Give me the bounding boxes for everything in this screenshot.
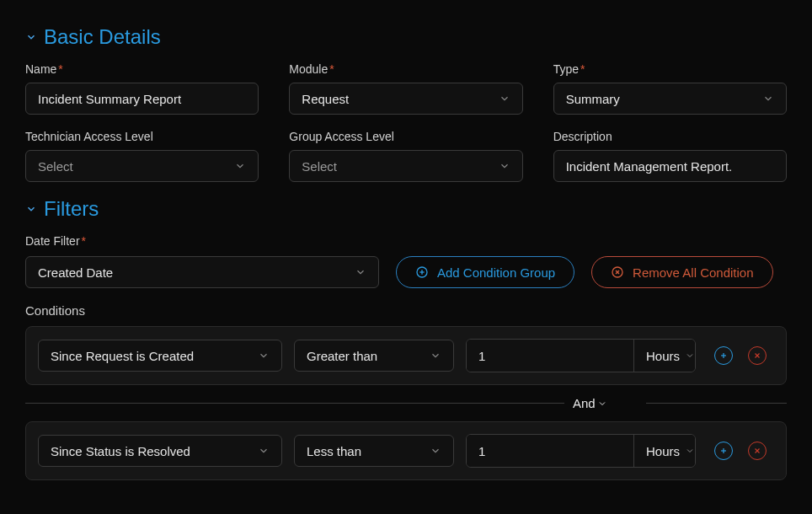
chevron-down-icon [597, 399, 607, 409]
chevron-down-icon [25, 31, 37, 43]
condition-group: Since Request is Created Greater than Ho… [25, 326, 787, 385]
chevron-down-icon [258, 350, 270, 361]
type-select[interactable]: Summary [553, 83, 787, 115]
condition-field-select[interactable]: Since Request is Created [38, 340, 282, 372]
section-basic-header[interactable]: Basic Details [25, 25, 787, 49]
chevron-down-icon [685, 446, 695, 456]
name-input[interactable] [25, 83, 259, 115]
conditions-label: Conditions [25, 303, 787, 318]
chevron-down-icon [25, 203, 37, 215]
add-condition-button[interactable] [714, 442, 733, 460]
condition-value-input[interactable] [467, 435, 633, 467]
module-label: Module* [289, 62, 522, 76]
chevron-down-icon [430, 445, 441, 457]
chevron-down-icon [762, 93, 774, 104]
module-select[interactable]: Request [289, 83, 522, 115]
section-filters-title: Filters [44, 197, 99, 221]
group-access-label: Group Access Level [289, 130, 522, 143]
delete-condition-button[interactable] [748, 442, 767, 460]
date-filter-label: Date Filter* [25, 234, 379, 248]
type-label: Type* [553, 62, 787, 76]
chevron-down-icon [234, 160, 246, 172]
plus-circle-icon [415, 265, 429, 279]
condition-operator-select[interactable]: Less than [294, 435, 454, 467]
name-label: Name* [25, 62, 259, 76]
condition-connector: And [25, 394, 787, 413]
remove-all-condition-label: Remove All Condition [633, 265, 753, 280]
chevron-down-icon [499, 160, 510, 172]
condition-field-select[interactable]: Since Status is Resolved [38, 435, 282, 467]
condition-operator-select[interactable]: Greater than [294, 340, 454, 372]
condition-unit-select[interactable]: Hours [634, 340, 695, 372]
add-condition-button[interactable] [714, 346, 733, 365]
connector-select[interactable]: And [564, 394, 612, 413]
chevron-down-icon [355, 266, 366, 278]
condition-unit-select[interactable]: Hours [634, 435, 695, 467]
description-input[interactable] [553, 150, 787, 182]
chevron-down-icon [430, 350, 441, 361]
date-filter-select[interactable]: Created Date [25, 256, 379, 288]
tech-access-label: Technician Access Level [25, 130, 259, 143]
chevron-down-icon [258, 445, 270, 457]
add-condition-group-button[interactable]: Add Condition Group [396, 256, 574, 288]
chevron-down-icon [499, 93, 510, 104]
group-access-select[interactable]: Select [289, 150, 522, 182]
section-basic-title: Basic Details [44, 25, 161, 49]
delete-condition-button[interactable] [748, 346, 767, 365]
remove-all-condition-button[interactable]: Remove All Condition [591, 256, 772, 288]
condition-value-input[interactable] [467, 340, 633, 372]
section-filters-header[interactable]: Filters [25, 197, 787, 221]
chevron-down-icon [685, 351, 695, 361]
description-label: Description [553, 130, 787, 143]
x-circle-icon [611, 265, 624, 279]
condition-group: Since Status is Resolved Less than Hours [25, 421, 787, 480]
add-condition-group-label: Add Condition Group [437, 265, 555, 280]
tech-access-select[interactable]: Select [25, 150, 259, 182]
